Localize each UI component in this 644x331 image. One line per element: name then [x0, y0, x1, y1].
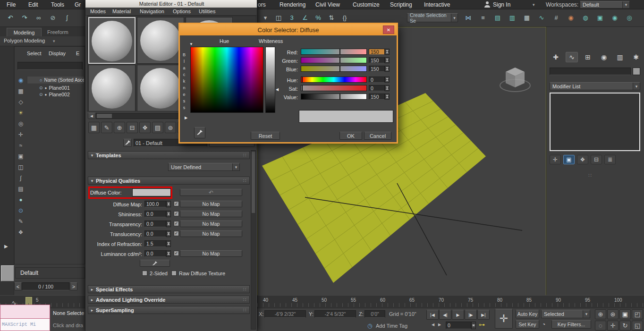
diffuse-map-checkbox[interactable]: ✓ [174, 201, 179, 206]
cancel-button[interactable]: Cancel [364, 132, 391, 140]
filter-helpers-icon[interactable]: ✛ [16, 129, 26, 139]
rendered-frame-window-icon[interactable]: ▣ [594, 12, 606, 23]
filter-containers-icon[interactable]: ▤ [16, 184, 26, 194]
dialog-titlebar[interactable]: Color Selector: Diffuse [180, 24, 397, 35]
diffuse-color-reset-button[interactable]: ↶ [180, 189, 242, 196]
eye-icon[interactable]: ⊙ [39, 92, 43, 97]
green-slider[interactable] [301, 57, 367, 63]
set-key-button[interactable]: Set Key [516, 320, 539, 329]
pick-object-icon[interactable]: ✎ [16, 216, 26, 226]
delete-material-icon[interactable]: ⊟ [127, 122, 138, 133]
sample-scrollbar-thumb[interactable] [97, 114, 112, 118]
rollout-physical-qualities[interactable]: ▾ Physical Qualities ∷ [88, 177, 250, 185]
pan-icon[interactable]: ✛ [607, 321, 619, 331]
rollout-templates[interactable]: ▾ Templates ∷ [88, 151, 250, 159]
menu-civil-view[interactable]: Civil View [315, 1, 340, 8]
object-color-swatch[interactable] [633, 68, 640, 75]
sample-windows-icon[interactable]: ▦ [88, 122, 100, 133]
filter-xrefs-icon[interactable]: ◫ [16, 162, 26, 172]
hierarchy-tab-icon[interactable]: ⊞ [582, 52, 594, 62]
shininess-field[interactable]: 0.0 [144, 211, 166, 217]
set-key-mode-icon[interactable]: ◔ [542, 321, 545, 328]
undo-icon[interactable]: ↶ [5, 12, 16, 23]
snaps-toggle-icon[interactable]: 3 [286, 12, 297, 23]
go-to-start-button[interactable]: |◀ [426, 310, 439, 320]
align-icon[interactable]: ≡ [477, 12, 489, 23]
toggle-scene-explorer-icon[interactable]: ▤ [492, 12, 503, 23]
filter-geometry-icon[interactable]: ▦ [16, 86, 26, 96]
luminance-map-button[interactable]: No Map [180, 250, 242, 257]
motion-tab-icon[interactable]: ◉ [598, 52, 610, 62]
menu-customize[interactable]: Customize [353, 1, 380, 8]
hue-marker-icon[interactable]: ▼ [189, 42, 193, 46]
blue-spinner[interactable] [385, 66, 390, 72]
filter-cameras-icon[interactable]: ◎ [16, 119, 26, 128]
value-value-field[interactable]: 150 [369, 93, 385, 100]
workspaces-dropdown[interactable]: Default ▾ [580, 1, 630, 8]
configure-modifier-sets-icon[interactable]: ≣ [604, 155, 616, 164]
toggle-layer-explorer-icon[interactable]: ▥ [507, 12, 518, 23]
next-frame-button[interactable]: |▶ [465, 310, 477, 320]
index-of-refraction-spinner[interactable] [166, 240, 171, 247]
zoom-all-icon[interactable]: ⊛ [607, 309, 619, 319]
orbit-icon[interactable]: ↻ [619, 321, 631, 331]
menu-graph-editors[interactable]: ors [258, 1, 266, 8]
explorer-menu-edit[interactable]: E [76, 51, 79, 56]
render-setup-icon[interactable]: ◍ [580, 12, 591, 23]
explorer-search-input[interactable] [17, 62, 83, 70]
sat-value-field[interactable]: 0 [369, 85, 385, 91]
translucency-checkbox[interactable]: ✓ [174, 231, 179, 236]
red-value-field[interactable]: 150 [369, 49, 385, 55]
make-unique-icon[interactable]: ❖ [577, 155, 588, 164]
raw-diffuse-texture-checkbox[interactable] [171, 271, 177, 276]
list-item[interactable]: ⊙ ● Plane001 [27, 85, 85, 91]
menu-navigation[interactable]: Navigation [140, 8, 164, 14]
transparency-field[interactable]: 0.0 [144, 221, 166, 227]
list-item[interactable]: ⊙ ● Plane002 [27, 91, 85, 98]
active-layer-field[interactable]: Default [15, 267, 85, 279]
shininess-checkbox[interactable]: ✓ [174, 211, 179, 216]
templates-dropdown[interactable]: User Defined ▾ [168, 163, 240, 171]
sample-slot-active[interactable] [88, 17, 136, 64]
remove-modifier-icon[interactable]: ⊟ [591, 155, 602, 164]
put-to-library-icon[interactable]: ▤ [152, 122, 163, 133]
hue-slider[interactable] [301, 76, 367, 83]
play-button[interactable]: ▶ [452, 310, 464, 320]
current-frame-spinner[interactable] [471, 322, 476, 329]
sign-in-button[interactable]: Sign In [493, 1, 510, 8]
index-of-refraction-field[interactable]: 1.5 [144, 240, 166, 247]
transparency-spinner[interactable] [166, 221, 171, 227]
pick-from-object-button[interactable] [123, 139, 132, 147]
rollout-scrollbar-track[interactable] [251, 150, 256, 330]
translucency-spinner[interactable] [166, 230, 171, 237]
previous-frame-button[interactable]: ◀| [439, 310, 451, 320]
timeline-ruler[interactable]: 404550556065707580859095100 [257, 295, 644, 308]
window-crossing-icon[interactable]: ◫ [273, 12, 284, 23]
filter-selection-icon[interactable]: ◉ [16, 75, 26, 85]
schematic-view-icon[interactable]: # [551, 12, 562, 23]
sat-spinner[interactable] [385, 85, 390, 91]
hue-spinner[interactable] [385, 76, 390, 83]
explorer-menu-display[interactable]: Display [49, 51, 66, 56]
angle-snap-icon[interactable]: ∠ [299, 12, 311, 23]
menu-interactive[interactable]: Interactive [424, 1, 450, 8]
green-spinner[interactable] [385, 57, 390, 63]
toggle-ribbon-icon[interactable]: ▦ [521, 12, 533, 23]
add-time-tag[interactable]: Add Time Tag [376, 323, 407, 329]
dot-icon[interactable]: ● [45, 86, 47, 90]
blackness-marker-icon[interactable]: ▶ [185, 116, 187, 120]
dot-icon[interactable]: ● [45, 93, 47, 97]
next-key-icon[interactable]: ▶ [438, 323, 441, 327]
window-titlebar[interactable]: Material Editor - 01 - Default [85, 0, 257, 8]
frame-next-button[interactable]: > [70, 282, 77, 290]
menu-group[interactable]: Gr [75, 1, 81, 8]
luminance-spinner[interactable] [166, 250, 171, 257]
color-swatch[interactable] [1, 265, 14, 281]
chevron-down-icon[interactable]: ▾ [533, 2, 535, 7]
key-filters-button[interactable]: Key Filters... [551, 320, 591, 329]
key-icon[interactable]: ⊶ [479, 321, 485, 328]
filter-groups-icon[interactable]: ▣ [16, 151, 26, 161]
maximize-viewport-toggle-icon[interactable]: ◱ [632, 321, 643, 331]
shininess-spinner[interactable] [166, 211, 171, 217]
maxscript-mini-listener[interactable]: MAXScript Mi [0, 319, 50, 331]
